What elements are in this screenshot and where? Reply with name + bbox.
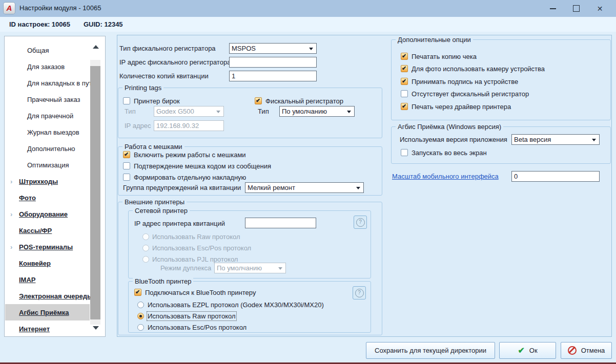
tag-printer-checkbox-label[interactable]: Принтер бирок	[134, 97, 180, 105]
sidebar-item-pos-terminaly[interactable]: ›POS-терминалы	[5, 239, 90, 255]
bt-ezpl-protocol-radio[interactable]	[137, 302, 144, 308]
sidebar-item-obshaya[interactable]: Общая	[5, 42, 90, 58]
accept-signature-checkbox-label[interactable]: Принимать подпись на устройстве	[412, 78, 518, 85]
net-pjl-protocol-radio	[142, 256, 149, 263]
chevron-right-icon[interactable]: ›	[10, 178, 12, 185]
close-icon: ✕	[597, 5, 603, 12]
sidebar-item-agbis-priemka[interactable]: Агбис Приёмка	[5, 304, 90, 320]
bluetooth-printer-help-button[interactable]: ?	[353, 286, 366, 299]
bluetooth-connect-checkbox-label[interactable]: Подключаться к BlueTooth принтеру	[145, 289, 256, 296]
app-version-label: Используемая версия приложения	[400, 134, 507, 145]
guid-label: GUID: 12345	[84, 20, 123, 28]
scroll-up-icon[interactable]	[93, 45, 99, 49]
window-title: Настройки модуля - 10065	[19, 4, 101, 12]
sidebar-item-dlya-prachechnoy[interactable]: Для прачечной	[5, 108, 90, 124]
id-header-bar: ID настроек: 10065 GUID: 12345	[0, 17, 616, 32]
sidebar-item-konveyer[interactable]: Конвейер	[5, 255, 90, 271]
app-logo-icon: A	[4, 3, 15, 14]
bags-confirm-checkbox-label[interactable]: Подтверждение мешка кодом из сообщения	[134, 162, 271, 170]
module-settings-window: A Настройки модуля - 10065 ✕ ID настроек…	[0, 0, 616, 364]
network-printer-help-button[interactable]: ?	[354, 216, 367, 229]
bags-separate-invoice-checkbox-label[interactable]: Формировать отдельную накладную	[134, 174, 246, 181]
maximize-button[interactable]	[565, 0, 588, 17]
sidebar-item-zhurnal-vyezdov[interactable]: Журнал выездов	[5, 124, 90, 140]
sidebar-item-dlya-zakazov[interactable]: Для заказов	[5, 58, 90, 75]
ok-button[interactable]: ✔ Ок	[499, 342, 556, 359]
mobile-scale-link[interactable]: Масштаб мобильного интерфейса	[392, 171, 499, 182]
copies-input[interactable]	[229, 71, 317, 81]
use-device-camera-checkbox-label[interactable]: Для фото использовать камеру устройства	[412, 65, 545, 73]
print-via-driver-checkbox[interactable]	[401, 103, 408, 110]
sidebar-item-shtrihkody[interactable]: ›Штрихкоды	[5, 173, 90, 189]
ok-check-icon: ✔	[518, 347, 524, 355]
bt-raw-protocol-radio-label[interactable]: Использовать Raw протокол	[148, 312, 236, 320]
receipt-printer-ip-label: IP адрес принтера квитанций	[134, 218, 225, 229]
bags-confirm-checkbox[interactable]	[123, 162, 130, 169]
warnings-group-combobox[interactable]: Мелкий ремонт	[245, 182, 364, 193]
fiscal-reg-type-combobox[interactable]: По умолчанию	[279, 106, 355, 117]
settings-id-label: ID настроек: 10065	[9, 20, 70, 28]
no-fiscal-register-checkbox-label[interactable]: Отсутствует фискальный регистратор	[412, 90, 529, 98]
bt-ezpl-protocol-radio-label[interactable]: Использовать EZPL протокол (Godex MX30/M…	[148, 301, 324, 309]
net-raw-protocol-radio	[142, 233, 149, 240]
sidebar-item-imap[interactable]: IMAP	[5, 271, 90, 288]
maximize-icon	[573, 5, 580, 12]
help-icon: ?	[356, 218, 365, 227]
close-button[interactable]: ✕	[588, 0, 611, 17]
no-fiscal-register-checkbox[interactable]	[401, 90, 408, 97]
mobile-scale-input[interactable]	[511, 171, 600, 182]
minimize-button[interactable]	[541, 0, 564, 17]
bt-escpos-protocol-radio[interactable]	[137, 324, 144, 331]
sidebar-item-prachechny-zakaz[interactable]: Прачечный заказ	[5, 91, 90, 108]
tag-type-combobox: Godex G500	[154, 106, 224, 117]
copies-label: Количество копий квитанции	[119, 71, 209, 81]
warnings-group-label: Группа предупреждений на квитанции	[123, 182, 241, 193]
fiscal-type-combobox[interactable]: MSPOS	[229, 43, 317, 54]
sidebar-item-kassy-fr[interactable]: Кассы/ФР	[5, 222, 90, 239]
bags-enable-checkbox[interactable]	[123, 151, 130, 158]
tag-ip-label: IP адрес	[125, 120, 151, 131]
bags-group-title: Работа с мешками	[122, 143, 184, 151]
bt-escpos-protocol-radio-label[interactable]: Использовать Esc/Pos протокол	[148, 324, 247, 331]
accept-signature-checkbox[interactable]	[401, 78, 408, 85]
chevron-right-icon[interactable]: ›	[10, 243, 12, 251]
scroll-down-icon[interactable]	[93, 326, 99, 330]
fiscal-register-checkbox-label[interactable]: Фискальный регистратор	[265, 97, 343, 105]
sidebar-scrollbar[interactable]	[90, 60, 100, 325]
net-escpos-protocol-radio-label: Использовать Esc/Pos протокол	[152, 244, 251, 252]
titlebar: A Настройки модуля - 10065 ✕	[0, 0, 616, 17]
receipt-printer-ip-input[interactable]	[245, 218, 316, 228]
printing-tags-title: Printing tags	[122, 84, 163, 92]
net-pjl-protocol-radio-label: Использовать PJL протокол	[152, 255, 238, 263]
sidebar-item-internet[interactable]: Интернет	[5, 320, 90, 337]
bags-separate-invoice-checkbox[interactable]	[123, 174, 130, 181]
fullscreen-checkbox[interactable]	[401, 149, 408, 156]
sidebar-item-nakladnye-v-puti[interactable]: Для накладных в пути	[5, 75, 90, 91]
print-via-driver-checkbox-label[interactable]: Печать через драйвер принтера	[412, 103, 511, 111]
tag-printer-checkbox[interactable]	[123, 97, 130, 104]
cancel-button[interactable]: Отмена	[561, 342, 612, 359]
print-receipt-copy-checkbox[interactable]	[401, 53, 408, 60]
network-printer-title: Сетевой принтер	[133, 207, 190, 215]
bt-raw-protocol-radio[interactable]	[137, 313, 144, 319]
chevron-right-icon[interactable]: ›	[10, 210, 12, 218]
external-printers-title: Внешние принтеры	[122, 198, 187, 206]
bluetooth-connect-checkbox[interactable]	[134, 289, 141, 296]
use-device-camera-checkbox[interactable]	[401, 65, 408, 72]
tag-type-label: Тип	[125, 106, 136, 117]
fullscreen-checkbox-label[interactable]: Запускать во весь экран	[412, 149, 487, 157]
print-receipt-copy-checkbox-label[interactable]: Печатать копию чека	[412, 53, 477, 60]
sidebar-item-foto[interactable]: Фото	[5, 189, 90, 206]
sidebar-item-oborudovanie[interactable]: ›Оборудование	[5, 206, 90, 222]
sidebar-item-dopolnitelno[interactable]: Дополнительно	[5, 140, 90, 157]
save-current-directory-button[interactable]: Сохранить для текущей директории	[366, 342, 495, 359]
cancel-prohibition-icon	[568, 346, 577, 355]
scrollbar-thumb[interactable]	[90, 66, 100, 319]
minimize-icon	[550, 8, 556, 9]
app-version-combobox[interactable]: Beta версия	[511, 134, 600, 145]
fiscal-ip-input[interactable]	[229, 57, 317, 68]
bags-enable-checkbox-label[interactable]: Включить режим работы с мешками	[134, 151, 246, 159]
sidebar-item-elektronnaya-ochered[interactable]: Электронная очередь	[5, 288, 90, 304]
fiscal-register-checkbox[interactable]	[255, 97, 262, 104]
sidebar-item-optimizaciya[interactable]: Оптимизация	[5, 157, 90, 173]
